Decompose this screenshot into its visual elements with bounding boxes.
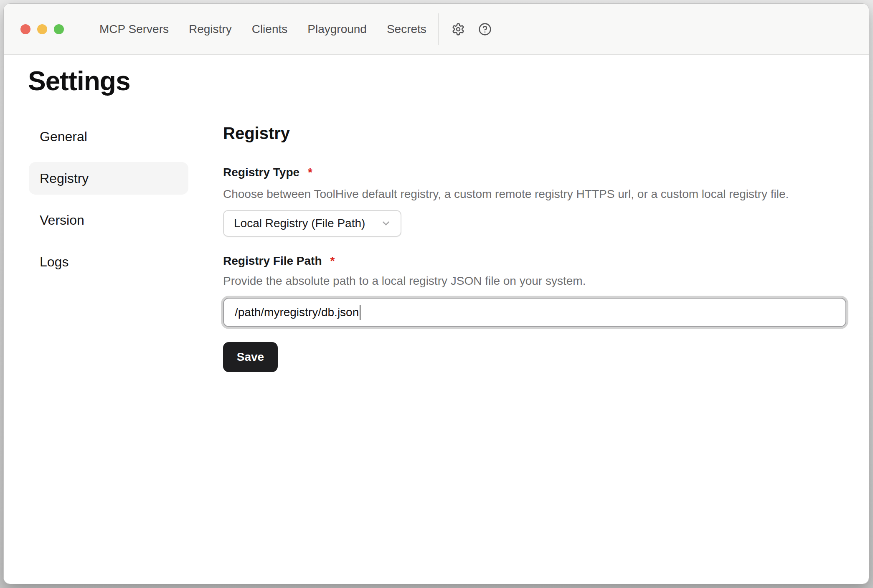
registry-type-description: Choose between ToolHive default registry… xyxy=(223,187,846,202)
sidebar-item-logs[interactable]: Logs xyxy=(29,246,188,278)
chevron-down-icon xyxy=(381,218,391,229)
titlebar: MCP Servers Registry Clients Playground … xyxy=(4,4,869,55)
save-button[interactable]: Save xyxy=(223,342,278,372)
registry-type-label: Registry Type * xyxy=(223,165,846,180)
close-button[interactable] xyxy=(20,24,30,34)
nav-item-secrets[interactable]: Secrets xyxy=(387,4,426,55)
app-window: MCP Servers Registry Clients Playground … xyxy=(3,3,869,584)
registry-settings-panel: Registry Registry Type * Choose between … xyxy=(223,123,846,372)
registry-file-path-label-text: Registry File Path xyxy=(223,253,322,269)
required-asterisk: * xyxy=(330,253,335,269)
registry-file-path-value: /path/myregistry/db.json xyxy=(235,306,359,319)
registry-file-path-description: Provide the absolute path to a local reg… xyxy=(223,274,846,289)
sidebar-item-registry[interactable]: Registry xyxy=(29,162,188,195)
section-heading: Registry xyxy=(223,123,846,143)
help-icon[interactable] xyxy=(477,22,492,37)
registry-file-path-input[interactable]: /path/myregistry/db.json xyxy=(223,298,846,327)
settings-sidebar: General Registry Version Logs xyxy=(29,120,188,287)
nav-item-registry[interactable]: Registry xyxy=(189,4,232,55)
registry-file-path-label: Registry File Path * xyxy=(223,253,846,269)
settings-gear-icon[interactable] xyxy=(451,22,466,37)
zoom-button[interactable] xyxy=(54,24,64,34)
registry-type-selected-value: Local Registry (File Path) xyxy=(234,217,373,230)
nav-item-mcp-servers[interactable]: MCP Servers xyxy=(99,4,169,55)
titlebar-divider xyxy=(438,13,439,45)
required-asterisk: * xyxy=(308,165,312,180)
registry-type-select[interactable]: Local Registry (File Path) xyxy=(223,210,401,237)
text-cursor xyxy=(360,305,360,320)
page-title: Settings xyxy=(28,66,130,96)
sidebar-item-version[interactable]: Version xyxy=(29,204,188,236)
window-controls xyxy=(20,24,64,34)
minimize-button[interactable] xyxy=(37,24,47,34)
registry-type-label-text: Registry Type xyxy=(223,165,299,180)
nav-item-playground[interactable]: Playground xyxy=(307,4,367,55)
top-nav: MCP Servers Registry Clients Playground … xyxy=(99,4,426,55)
nav-item-clients[interactable]: Clients xyxy=(252,4,288,55)
sidebar-item-general[interactable]: General xyxy=(29,120,188,153)
